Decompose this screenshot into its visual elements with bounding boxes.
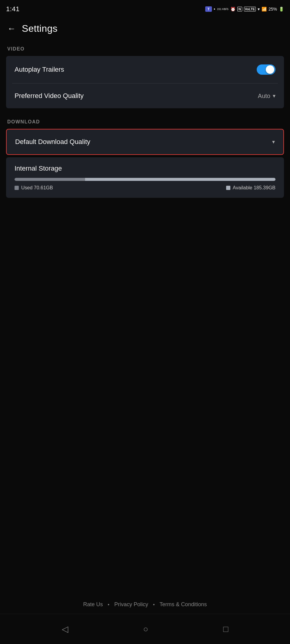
app-bar: ← Settings — [0, 17, 290, 41]
autoplay-trailers-toggle[interactable] — [257, 64, 275, 75]
data-speed-indicator: 151 KB/S — [217, 8, 229, 11]
storage-available-legend: Available 185.39GB — [226, 185, 275, 191]
status-icons: T • 151 KB/S ⏰ N VoLTE ▾ 📶 25% 🔋 — [205, 6, 284, 12]
privacy-policy-link[interactable]: Privacy Policy — [114, 601, 148, 608]
footer: Rate Us • Privacy Policy • Terms & Condi… — [0, 601, 290, 608]
notification-dot: • — [214, 7, 215, 11]
preferred-video-quality-value: Auto — [258, 93, 270, 100]
storage-section: Internal Storage Used 70.61GB Available … — [6, 157, 284, 198]
storage-title: Internal Storage — [15, 165, 275, 172]
storage-available-label: Available 185.39GB — [233, 185, 275, 191]
wifi-icon: ▾ — [258, 7, 260, 11]
recent-nav-button[interactable]: □ — [223, 624, 228, 634]
preferred-video-quality-item[interactable]: Preferred Video Quality Auto ▾ — [6, 83, 284, 108]
storage-bar-available — [85, 178, 275, 181]
home-nav-button[interactable]: ○ — [143, 624, 148, 634]
status-time: 1:41 — [6, 5, 20, 13]
bottom-nav: ◁ ○ □ — [0, 614, 290, 644]
default-download-quality-card[interactable]: Default Download Quality ▾ — [6, 129, 284, 155]
back-nav-button[interactable]: ◁ — [62, 624, 68, 634]
autoplay-trailers-item: Autoplay Trailers — [6, 56, 284, 83]
storage-used-legend: Used 70.61GB — [15, 185, 53, 191]
storage-used-label: Used 70.61GB — [21, 185, 53, 191]
toggle-track — [257, 64, 275, 75]
preferred-video-quality-label: Preferred Video Quality — [15, 92, 84, 100]
chevron-down-icon-download: ▾ — [272, 139, 275, 145]
battery-percent: 25% — [269, 7, 277, 11]
default-download-quality-label: Default Download Quality — [15, 138, 90, 146]
terms-conditions-link[interactable]: Terms & Conditions — [160, 601, 207, 608]
alarm-icon: ⏰ — [230, 7, 236, 11]
signal-icon: 📶 — [262, 7, 267, 11]
available-dot — [226, 186, 230, 190]
footer-dot-1: • — [108, 602, 110, 607]
toggle-thumb — [266, 65, 274, 74]
preferred-video-quality-dropdown[interactable]: Auto ▾ — [258, 93, 275, 100]
storage-bar-used — [15, 178, 85, 181]
default-download-quality-item[interactable]: Default Download Quality ▾ — [7, 129, 283, 154]
back-button[interactable]: ← — [7, 24, 16, 34]
footer-dot-2: • — [153, 602, 155, 607]
battery-icon: 🔋 — [279, 7, 284, 11]
nfc-icon: N — [237, 7, 242, 11]
download-section-label: DOWNLOAD — [0, 119, 290, 129]
chevron-down-icon: ▾ — [273, 93, 275, 99]
storage-legend: Used 70.61GB Available 185.39GB — [15, 185, 275, 191]
teams-icon: T — [205, 6, 212, 12]
status-bar: 1:41 T • 151 KB/S ⏰ N VoLTE ▾ 📶 25% 🔋 — [0, 0, 290, 17]
used-dot — [15, 186, 19, 190]
autoplay-trailers-label: Autoplay Trailers — [15, 66, 64, 74]
video-settings-card: Autoplay Trailers Preferred Video Qualit… — [6, 56, 284, 108]
rate-us-link[interactable]: Rate Us — [83, 601, 103, 608]
internal-storage-card: Internal Storage Used 70.61GB Available … — [6, 157, 284, 198]
video-section-label: VIDEO — [0, 46, 290, 56]
volte-icon: VoLTE — [244, 7, 256, 11]
page-title: Settings — [22, 23, 58, 34]
storage-bar — [15, 178, 275, 181]
